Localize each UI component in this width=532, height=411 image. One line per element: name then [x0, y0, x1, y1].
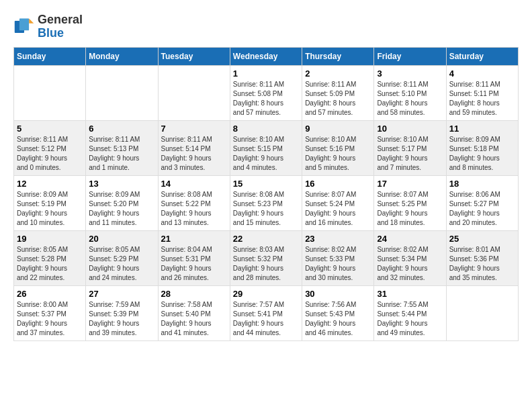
logo-text: GeneralBlue	[38, 13, 83, 40]
calendar-day-cell: 27Sunrise: 7:59 AMSunset: 5:39 PMDayligh…	[86, 285, 158, 340]
calendar-day-cell: 8Sunrise: 8:10 AMSunset: 5:15 PMDaylight…	[230, 120, 302, 175]
day-info: Sunrise: 8:10 AMSunset: 5:17 PMDaylight:…	[377, 135, 443, 173]
day-number: 10	[377, 124, 443, 134]
day-number: 24	[377, 234, 443, 244]
calendar-day-cell: 31Sunrise: 7:55 AMSunset: 5:44 PMDayligh…	[374, 285, 446, 340]
calendar-day-cell: 28Sunrise: 7:58 AMSunset: 5:40 PMDayligh…	[158, 285, 230, 340]
day-number: 31	[377, 289, 443, 299]
calendar-day-cell: 20Sunrise: 8:05 AMSunset: 5:29 PMDayligh…	[86, 230, 158, 285]
day-number: 15	[233, 179, 299, 189]
calendar-week-row: 26Sunrise: 8:00 AMSunset: 5:37 PMDayligh…	[14, 285, 519, 340]
logo: GeneralBlue	[13, 13, 83, 40]
day-info: Sunrise: 8:08 AMSunset: 5:23 PMDaylight:…	[233, 190, 299, 228]
day-info: Sunrise: 8:09 AMSunset: 5:19 PMDaylight:…	[17, 190, 83, 228]
calendar-day-cell: 4Sunrise: 8:11 AMSunset: 5:11 PMDaylight…	[446, 65, 518, 120]
day-number: 21	[161, 234, 227, 244]
day-info: Sunrise: 8:10 AMSunset: 5:15 PMDaylight:…	[233, 135, 299, 173]
calendar-day-cell: 9Sunrise: 8:10 AMSunset: 5:16 PMDaylight…	[302, 120, 374, 175]
day-info: Sunrise: 7:58 AMSunset: 5:40 PMDaylight:…	[161, 300, 227, 338]
day-info: Sunrise: 8:02 AMSunset: 5:33 PMDaylight:…	[305, 245, 371, 283]
weekday-header: Monday	[86, 47, 158, 65]
weekday-header: Sunday	[14, 47, 86, 65]
day-number: 7	[161, 124, 227, 134]
day-number: 16	[305, 179, 371, 189]
calendar-day-cell: 21Sunrise: 8:04 AMSunset: 5:31 PMDayligh…	[158, 230, 230, 285]
calendar-week-row: 1Sunrise: 8:11 AMSunset: 5:08 PMDaylight…	[14, 65, 519, 120]
calendar-day-cell: 24Sunrise: 8:02 AMSunset: 5:34 PMDayligh…	[374, 230, 446, 285]
calendar-day-cell: 12Sunrise: 8:09 AMSunset: 5:19 PMDayligh…	[14, 175, 86, 230]
calendar-day-cell: 14Sunrise: 8:08 AMSunset: 5:22 PMDayligh…	[158, 175, 230, 230]
calendar-day-cell: 11Sunrise: 8:09 AMSunset: 5:18 PMDayligh…	[446, 120, 518, 175]
day-info: Sunrise: 8:11 AMSunset: 5:11 PMDaylight:…	[449, 80, 515, 118]
day-number: 22	[233, 234, 299, 244]
day-number: 20	[89, 234, 154, 244]
weekday-header: Wednesday	[230, 47, 302, 65]
day-number: 9	[305, 124, 371, 134]
day-info: Sunrise: 8:03 AMSunset: 5:32 PMDaylight:…	[233, 245, 299, 283]
calendar-day-cell: 16Sunrise: 8:07 AMSunset: 5:24 PMDayligh…	[302, 175, 374, 230]
svg-rect-1	[19, 18, 29, 30]
day-info: Sunrise: 7:59 AMSunset: 5:39 PMDaylight:…	[89, 300, 154, 338]
calendar-day-cell: 6Sunrise: 8:11 AMSunset: 5:13 PMDaylight…	[86, 120, 158, 175]
weekday-header: Tuesday	[158, 47, 230, 65]
day-info: Sunrise: 8:11 AMSunset: 5:10 PMDaylight:…	[377, 80, 443, 118]
day-number: 29	[233, 289, 299, 299]
day-info: Sunrise: 7:55 AMSunset: 5:44 PMDaylight:…	[377, 300, 443, 338]
day-number: 1	[233, 68, 299, 79]
day-info: Sunrise: 8:04 AMSunset: 5:31 PMDaylight:…	[161, 245, 227, 283]
day-number: 14	[161, 179, 227, 189]
day-number: 30	[305, 289, 371, 299]
day-info: Sunrise: 8:11 AMSunset: 5:08 PMDaylight:…	[233, 80, 299, 118]
day-number: 4	[449, 68, 515, 79]
calendar-day-cell	[14, 65, 86, 120]
day-number: 5	[17, 124, 83, 134]
day-number: 18	[449, 179, 515, 189]
calendar-week-row: 19Sunrise: 8:05 AMSunset: 5:28 PMDayligh…	[14, 230, 519, 285]
day-info: Sunrise: 8:08 AMSunset: 5:22 PMDaylight:…	[161, 190, 227, 228]
day-info: Sunrise: 8:01 AMSunset: 5:36 PMDaylight:…	[449, 245, 515, 283]
day-info: Sunrise: 8:02 AMSunset: 5:34 PMDaylight:…	[377, 245, 443, 283]
day-info: Sunrise: 8:09 AMSunset: 5:18 PMDaylight:…	[449, 135, 515, 173]
day-number: 26	[17, 289, 83, 299]
calendar-day-cell	[86, 65, 158, 120]
weekday-header: Friday	[374, 47, 446, 65]
calendar-day-cell: 15Sunrise: 8:08 AMSunset: 5:23 PMDayligh…	[230, 175, 302, 230]
calendar-day-cell	[158, 65, 230, 120]
calendar-day-cell	[446, 285, 518, 340]
day-info: Sunrise: 8:07 AMSunset: 5:24 PMDaylight:…	[305, 190, 371, 228]
day-number: 11	[449, 124, 515, 134]
calendar-day-cell: 18Sunrise: 8:06 AMSunset: 5:27 PMDayligh…	[446, 175, 518, 230]
day-number: 2	[305, 68, 371, 79]
day-info: Sunrise: 7:57 AMSunset: 5:41 PMDaylight:…	[233, 300, 299, 338]
day-info: Sunrise: 8:11 AMSunset: 5:09 PMDaylight:…	[305, 80, 371, 118]
calendar-day-cell: 1Sunrise: 8:11 AMSunset: 5:08 PMDaylight…	[230, 65, 302, 120]
day-info: Sunrise: 8:10 AMSunset: 5:16 PMDaylight:…	[305, 135, 371, 173]
day-info: Sunrise: 8:11 AMSunset: 5:12 PMDaylight:…	[17, 135, 83, 173]
calendar-day-cell: 17Sunrise: 8:07 AMSunset: 5:25 PMDayligh…	[374, 175, 446, 230]
day-number: 27	[89, 289, 154, 299]
calendar-table: SundayMondayTuesdayWednesdayThursdayFrid…	[13, 47, 519, 341]
day-info: Sunrise: 8:06 AMSunset: 5:27 PMDaylight:…	[449, 190, 515, 228]
day-info: Sunrise: 8:05 AMSunset: 5:29 PMDaylight:…	[89, 245, 154, 283]
day-number: 17	[377, 179, 443, 189]
day-info: Sunrise: 8:07 AMSunset: 5:25 PMDaylight:…	[377, 190, 443, 228]
page-header: GeneralBlue	[13, 13, 519, 40]
weekday-header: Thursday	[302, 47, 374, 65]
day-info: Sunrise: 8:00 AMSunset: 5:37 PMDaylight:…	[17, 300, 83, 338]
calendar-day-cell: 26Sunrise: 8:00 AMSunset: 5:37 PMDayligh…	[14, 285, 86, 340]
day-info: Sunrise: 7:56 AMSunset: 5:43 PMDaylight:…	[305, 300, 371, 338]
day-info: Sunrise: 8:11 AMSunset: 5:13 PMDaylight:…	[89, 135, 154, 173]
day-number: 8	[233, 124, 299, 134]
logo-icon	[13, 16, 35, 38]
day-info: Sunrise: 8:09 AMSunset: 5:20 PMDaylight:…	[89, 190, 154, 228]
calendar-day-cell: 23Sunrise: 8:02 AMSunset: 5:33 PMDayligh…	[302, 230, 374, 285]
day-number: 12	[17, 179, 83, 189]
day-number: 6	[89, 124, 154, 134]
day-number: 13	[89, 179, 154, 189]
calendar-day-cell: 19Sunrise: 8:05 AMSunset: 5:28 PMDayligh…	[14, 230, 86, 285]
calendar-day-cell: 7Sunrise: 8:11 AMSunset: 5:14 PMDaylight…	[158, 120, 230, 175]
day-number: 25	[449, 234, 515, 244]
calendar-week-row: 5Sunrise: 8:11 AMSunset: 5:12 PMDaylight…	[14, 120, 519, 175]
calendar-day-cell: 25Sunrise: 8:01 AMSunset: 5:36 PMDayligh…	[446, 230, 518, 285]
weekday-header-row: SundayMondayTuesdayWednesdayThursdayFrid…	[14, 47, 519, 65]
